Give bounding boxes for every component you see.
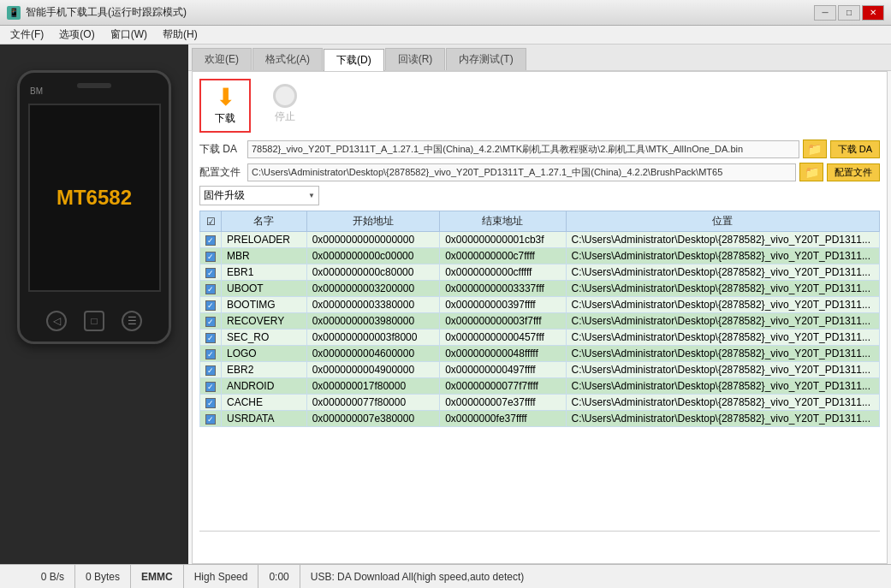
- checkbox-icon: ✓: [205, 414, 216, 425]
- col-end: 结束地址: [440, 211, 566, 232]
- row-name: SEC_RO: [222, 330, 307, 346]
- table-row[interactable]: ✓RECOVERY0x00000000039800000x00000000000…: [200, 313, 880, 330]
- da-label-button[interactable]: 下载 DA: [830, 140, 880, 158]
- menu-help[interactable]: 帮助(H): [156, 26, 205, 44]
- row-path: C:\Users\Administrator\Desktop\{2878582}…: [566, 395, 879, 411]
- status-usb: USB: DA Download All(high speed,auto det…: [300, 565, 884, 588]
- checkbox-icon: ✓: [205, 333, 216, 343]
- tab-readback[interactable]: 回读(R): [385, 48, 446, 70]
- row-end-addr: 0x00000000003337fff: [440, 281, 566, 297]
- table-header: ☑ 名字 开始地址 结束地址 位置: [200, 211, 880, 232]
- phone-screen: MT6582: [28, 104, 161, 292]
- stop-button[interactable]: 停止: [264, 79, 306, 129]
- phone-device: BM MT6582 ◁ □ ☰: [17, 70, 171, 344]
- row-name: CACHE: [222, 395, 307, 411]
- mode-combo[interactable]: 固件升级 ▼: [199, 186, 319, 205]
- tab-download[interactable]: 下载(D): [324, 49, 384, 71]
- da-folder-button[interactable]: 📁: [803, 140, 827, 158]
- row-path: C:\Users\Administrator\Desktop\{2878582}…: [566, 281, 879, 297]
- table-row[interactable]: ✓USRDATA0x000000007e3800000x0000000fe37f…: [200, 411, 880, 427]
- row-checkbox[interactable]: ✓: [200, 330, 222, 346]
- row-path: C:\Users\Administrator\Desktop\{2878582}…: [566, 346, 879, 362]
- title-bar-buttons: ─ □ ✕: [814, 5, 884, 21]
- row-checkbox[interactable]: ✓: [200, 281, 222, 297]
- config-field-row: 配置文件 C:\Users\Administrator\Desktop\{287…: [199, 163, 880, 181]
- minimize-button[interactable]: ─: [814, 5, 836, 21]
- table-row[interactable]: ✓ANDROID0x000000017f800000x00000000077f7…: [200, 378, 880, 395]
- col-path: 位置: [566, 211, 879, 232]
- row-start-addr: 0x0000000003200000: [306, 281, 440, 297]
- row-checkbox[interactable]: ✓: [200, 313, 222, 330]
- table-row[interactable]: ✓LOGO0x00000000046000000x000000000048fff…: [200, 346, 880, 362]
- row-checkbox[interactable]: ✓: [200, 248, 222, 264]
- status-bar: 0 B/s 0 Bytes EMMC High Speed 0:00 USB: …: [0, 564, 891, 588]
- checkbox-icon: ✓: [205, 235, 216, 246]
- config-folder-button[interactable]: 📁: [799, 163, 823, 181]
- checkbox-icon: ✓: [205, 349, 216, 359]
- tab-content-download: ⬇ 下载 停止 下载 DA 78582}_vivo_Y20T_PD1311T_A…: [192, 71, 888, 564]
- row-checkbox[interactable]: ✓: [200, 378, 222, 395]
- row-start-addr: 0x000000007e380000: [306, 411, 440, 427]
- row-name: USRDATA: [222, 411, 307, 427]
- row-name: RECOVERY: [222, 313, 307, 330]
- table-row[interactable]: ✓PRELOADER0x00000000000000000x0000000000…: [200, 232, 880, 248]
- table-row[interactable]: ✓EBR10x0000000000c800000x0000000000cffff…: [200, 264, 880, 281]
- row-end-addr: 0x0000000000cfffff: [440, 264, 566, 281]
- row-end-addr: 0x000000000003f7fff: [440, 313, 566, 330]
- config-label-button[interactable]: 配置文件: [827, 163, 880, 181]
- row-checkbox[interactable]: ✓: [200, 395, 222, 411]
- main-content: BM MT6582 ◁ □ ☰ 欢迎(E) 格式化(A) 下载(D) 回读(R)…: [0, 45, 891, 564]
- menu-window[interactable]: 窗口(W): [104, 26, 154, 44]
- row-path: C:\Users\Administrator\Desktop\{2878582}…: [566, 297, 879, 313]
- row-start-addr: 0x0000000000c80000: [306, 264, 440, 281]
- row-start-addr: 0x0000000004900000: [306, 362, 440, 378]
- table-row[interactable]: ✓MBR0x0000000000c000000x0000000000c7ffff…: [200, 248, 880, 264]
- row-name: UBOOT: [222, 281, 307, 297]
- close-button[interactable]: ✕: [862, 5, 884, 21]
- da-field-row: 下载 DA 78582}_vivo_Y20T_PD1311T_A_1.27.1_…: [199, 140, 880, 158]
- download-button[interactable]: ⬇ 下载: [199, 79, 251, 133]
- row-start-addr: 0x000000017f80000: [306, 378, 440, 395]
- da-field-value: 78582}_vivo_Y20T_PD1311T_A_1.27.1_中国(Chi…: [247, 140, 799, 158]
- status-bytes: 0 Bytes: [75, 565, 131, 588]
- row-start-addr: 0x0000000003980000: [306, 313, 440, 330]
- table-body: ✓PRELOADER0x00000000000000000x0000000000…: [200, 232, 880, 427]
- row-path: C:\Users\Administrator\Desktop\{2878582}…: [566, 248, 879, 264]
- row-checkbox[interactable]: ✓: [200, 264, 222, 281]
- partition-table: ☑ 名字 开始地址 结束地址 位置 ✓PRELOADER0x0000000000…: [199, 211, 880, 427]
- row-start-addr: 0x0000000000c00000: [306, 248, 440, 264]
- row-end-addr: 0x000000007e37ffff: [440, 395, 566, 411]
- table-row[interactable]: ✓EBR20x00000000049000000x000000000497fff…: [200, 362, 880, 378]
- table-row[interactable]: ✓CACHE0x000000077f800000x000000007e37fff…: [200, 395, 880, 411]
- row-name: LOGO: [222, 346, 307, 362]
- row-checkbox[interactable]: ✓: [200, 346, 222, 362]
- row-checkbox[interactable]: ✓: [200, 297, 222, 313]
- phone-menu-btn: ☰: [122, 311, 142, 331]
- row-checkbox[interactable]: ✓: [200, 411, 222, 427]
- checkbox-icon: ✓: [205, 398, 216, 408]
- table-row[interactable]: ✓UBOOT0x00000000032000000x00000000003337…: [200, 281, 880, 297]
- row-path: C:\Users\Administrator\Desktop\{2878582}…: [566, 232, 879, 248]
- menu-file[interactable]: 文件(F): [3, 26, 50, 44]
- table-row[interactable]: ✓SEC_RO0x000000000003f80000x000000000004…: [200, 330, 880, 346]
- tab-memtest[interactable]: 内存测试(T): [446, 48, 526, 70]
- menu-bar: 文件(F) 选项(O) 窗口(W) 帮助(H): [0, 26, 891, 45]
- menu-options[interactable]: 选项(O): [52, 26, 101, 44]
- tab-welcome[interactable]: 欢迎(E): [192, 48, 252, 70]
- row-checkbox[interactable]: ✓: [200, 362, 222, 378]
- status-speed: 0 B/s: [7, 565, 75, 588]
- checkbox-icon: ✓: [205, 252, 216, 262]
- row-end-addr: 0x000000000397ffff: [440, 297, 566, 313]
- restore-button[interactable]: □: [838, 5, 860, 21]
- checkbox-icon: ✓: [205, 284, 216, 294]
- row-name: EBR2: [222, 362, 307, 378]
- row-end-addr: 0x0000000000c7ffff: [440, 248, 566, 264]
- left-panel: BM MT6582 ◁ □ ☰: [0, 45, 188, 564]
- row-end-addr: 0x0000000fe37ffff: [440, 411, 566, 427]
- row-end-addr: 0x000000000048fffff: [440, 346, 566, 362]
- combo-arrow-icon: ▼: [308, 192, 315, 199]
- table-row[interactable]: ✓BOOTIMG0x00000000033800000x000000000397…: [200, 297, 880, 313]
- tab-format[interactable]: 格式化(A): [252, 48, 323, 70]
- row-path: C:\Users\Administrator\Desktop\{2878582}…: [566, 264, 879, 281]
- row-checkbox[interactable]: ✓: [200, 232, 222, 248]
